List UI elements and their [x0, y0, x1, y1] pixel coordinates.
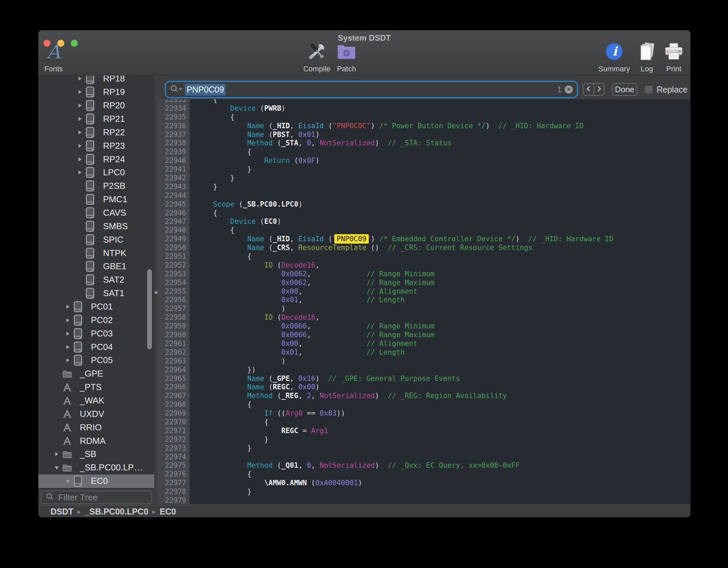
code-text: Method (_Q01, 0, NotSerialized) // _Qxx:…	[190, 461, 520, 470]
toolbar-item-print[interactable]: Print	[664, 42, 683, 73]
done-button[interactable]: Done	[612, 83, 637, 96]
no-disclosure	[77, 263, 83, 270]
disclosure-right-icon[interactable]	[77, 116, 83, 122]
code-line: 22965 Name (_GPE, 0x16) // _GPE: General…	[158, 375, 690, 383]
find-input[interactable]: PNP0C09 1 ✕	[166, 82, 577, 97]
tree-item-RDMA[interactable]: RDMA	[38, 434, 154, 448]
disclosure-right-icon[interactable]	[77, 156, 83, 162]
tree-item-CAVS[interactable]: CAVS	[38, 206, 154, 220]
tree-item-SMBS[interactable]: SMBS	[38, 219, 154, 233]
code-line: 22976 {	[158, 470, 690, 479]
disclosure-right-icon[interactable]	[65, 357, 71, 363]
toolbar-label: Log	[638, 65, 656, 73]
disclosure-right-icon[interactable]	[77, 170, 83, 176]
next-match-button[interactable]	[594, 84, 604, 95]
code-text: {	[190, 470, 252, 479]
breadcrumb-scope[interactable]: _SB.PC00.LPC0	[85, 507, 148, 517]
tree-item-PC05[interactable]: PC05	[38, 354, 154, 367]
tree-item-UXDV[interactable]: UXDV	[38, 407, 154, 421]
clear-search-icon[interactable]: ✕	[565, 85, 573, 94]
tree-item-RP22[interactable]: RP22	[38, 126, 154, 139]
tree-item-SAT2[interactable]: SAT2	[38, 273, 154, 287]
tree-item-SAT1[interactable]: SAT1	[38, 287, 154, 300]
disclosure-right-icon[interactable]	[77, 143, 83, 149]
replace-checkbox[interactable]	[645, 86, 653, 94]
tree-item-RP23[interactable]: RP23	[38, 139, 154, 152]
sidebar-tree[interactable]: RP18RP19RP20RP21RP22RP23RP24LPC0P2SBPMC1…	[38, 76, 154, 489]
tree-item-PC02[interactable]: PC02	[38, 313, 154, 327]
tree-item-label: LPC0	[103, 167, 125, 178]
toolbar-item-patch[interactable]: Patch	[337, 42, 356, 73]
pane-splitter[interactable]	[154, 76, 158, 505]
code-line: 22961 0x00, // Alignment	[158, 340, 690, 348]
match-navigation	[583, 83, 604, 96]
disclosure-right-icon[interactable]	[65, 317, 71, 323]
disclosure-down-icon[interactable]	[65, 478, 71, 484]
tree-item-_PTS[interactable]: _PTS	[38, 381, 154, 394]
code-line: 22952 IO (Decode16,	[158, 261, 690, 270]
tree-item-PC03[interactable]: PC03	[38, 327, 154, 340]
toolbar-item-compile[interactable]: Compile	[303, 42, 331, 73]
tree-item-label: _SB	[80, 449, 96, 459]
disclosure-right-icon[interactable]	[77, 103, 83, 109]
line-number: 22977	[158, 479, 190, 488]
code-text: {	[190, 148, 252, 156]
tree-item-P2SB[interactable]: P2SB	[38, 179, 154, 193]
line-number: 22958	[158, 313, 190, 322]
zoom-window-button[interactable]	[71, 40, 78, 47]
tree-item-GBE1[interactable]: GBE1	[38, 260, 154, 273]
tree-item-LPC0[interactable]: LPC0	[38, 166, 154, 179]
disclosure-right-icon[interactable]	[77, 76, 83, 82]
toolbar-item-log[interactable]: Log	[638, 42, 656, 73]
tree-item-RP20[interactable]: RP20	[38, 99, 154, 112]
device-icon	[74, 328, 83, 339]
tree-item-RP19[interactable]: RP19	[38, 85, 154, 99]
tree-item-_SB[interactable]: _SB	[38, 448, 154, 461]
device-icon	[86, 221, 95, 232]
search-icon[interactable]	[170, 85, 183, 94]
disclosure-right-icon[interactable]	[77, 129, 83, 135]
splitter-handle-icon[interactable]	[155, 291, 158, 294]
tree-item-EC0[interactable]: EC0	[38, 474, 154, 488]
method-icon	[63, 423, 72, 432]
disclosure-right-icon[interactable]	[65, 344, 71, 350]
code-editor[interactable]: 22933{22934 Device (PWRB)22935 {22936 Na…	[158, 99, 690, 504]
tree-item-_WAK[interactable]: _WAK	[38, 394, 154, 407]
code-line: 22944	[158, 191, 690, 200]
compile-tools-icon	[307, 42, 327, 63]
disclosure-down-icon[interactable]	[54, 465, 60, 471]
tree-item-_GPE[interactable]: _GPE	[38, 367, 154, 381]
code-line: 22933{	[158, 99, 690, 104]
disclosure-right-icon[interactable]	[65, 304, 71, 310]
device-icon	[86, 261, 95, 272]
sidebar-scrollbar-thumb[interactable]	[147, 269, 152, 349]
tree-item-RP21[interactable]: RP21	[38, 112, 154, 126]
tree-item-_SB.PC00.LP…[interactable]: _SB.PC00.LP…	[38, 461, 154, 474]
code-line: 22950 Name (_CRS, ResourceTemplate () //…	[158, 244, 690, 252]
previous-match-button[interactable]	[584, 84, 594, 95]
disclosure-right-icon[interactable]	[54, 451, 60, 457]
tree-item-SPIC[interactable]: SPIC	[38, 233, 154, 246]
tree-item-PC04[interactable]: PC04	[38, 340, 154, 354]
filter-tree-input[interactable]: Filter Tree	[41, 491, 152, 504]
code-line: 22973 }	[158, 444, 690, 453]
disclosure-right-icon[interactable]	[77, 89, 83, 95]
tree-item-PC01[interactable]: PC01	[38, 300, 154, 314]
breadcrumb-dsdt[interactable]: DSDT	[51, 507, 73, 517]
disclosure-right-icon[interactable]	[65, 330, 71, 336]
tree-item-RP24[interactable]: RP24	[38, 152, 154, 166]
chevron-left-icon	[586, 85, 592, 94]
code-text: IO (Decode16,	[190, 313, 320, 322]
breadcrumb-device[interactable]: EC0	[160, 507, 176, 517]
code-line: 22962 0x01, // Length	[158, 348, 690, 357]
device-icon	[86, 140, 95, 151]
tree-item-RP18[interactable]: RP18	[38, 76, 154, 85]
tree-item-NTPK[interactable]: NTPK	[38, 246, 154, 260]
code-line: 22969 If ((Arg0 == 0x03))	[158, 409, 690, 418]
toolbar-item-summary[interactable]: i Summary	[598, 42, 630, 73]
no-disclosure	[54, 371, 60, 377]
tree-item-RRIO[interactable]: RRIO	[38, 421, 154, 434]
tree-item-PMC1[interactable]: PMC1	[38, 193, 154, 206]
toolbar-item-fonts[interactable]: A Fonts	[44, 42, 63, 73]
code-line: 22956 0x01, // Length	[158, 296, 690, 305]
